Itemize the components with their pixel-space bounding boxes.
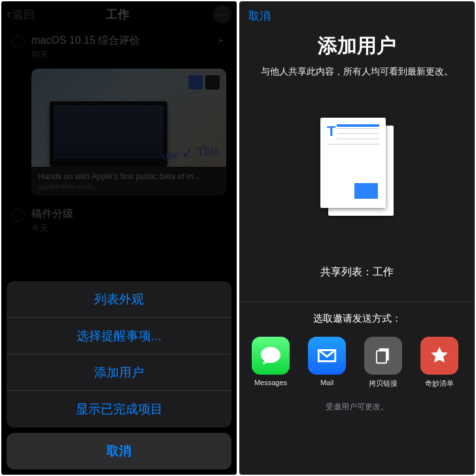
complete-toggle[interactable] xyxy=(12,209,25,222)
reminders-backdrop: ‹ 返回 工作 ⋯ macOS 10.15 综合评价 明天 use ↙︎ Thi… xyxy=(1,1,237,237)
reminder-item[interactable]: 稿件分级 今天 xyxy=(1,201,237,237)
app-label: 奇妙清单 xyxy=(425,379,454,388)
reminder-subtitle: 今天 xyxy=(31,222,226,234)
sheet-option-show-completed[interactable]: 显示已完成项目 xyxy=(7,391,231,428)
app-wunderlist[interactable]: 奇妙清单 xyxy=(418,337,460,388)
action-sheet: 列表外观 选择提醒事项... 添加用户 显示已完成项目 取消 xyxy=(7,281,231,469)
nav-bar: ‹ 返回 工作 ⋯ xyxy=(1,1,237,27)
send-label: 选取邀请发送方式： xyxy=(239,313,475,325)
sheet-cancel[interactable]: 取消 xyxy=(7,433,231,469)
mail-icon xyxy=(308,337,346,375)
flag-icon xyxy=(217,36,226,45)
link-preview[interactable]: use ↙︎ This Hands on with Apple's first … xyxy=(31,69,226,196)
svg-rect-1 xyxy=(377,351,386,364)
right-screen: 取消 添加用户 与他人共享此内容，所有人均可看到最新更改。 T 共享列表：工作 … xyxy=(239,1,475,475)
reminder-subtitle: 明天 xyxy=(31,49,211,61)
app-label: Messages xyxy=(254,379,287,386)
share-label: 共享列表：工作 xyxy=(239,265,475,279)
ellipsis-icon: ⋯ xyxy=(217,8,228,21)
link-domain: appleinsider.com xyxy=(38,182,220,190)
more-button[interactable]: ⋯ xyxy=(213,5,231,24)
messages-icon xyxy=(252,337,290,375)
page-title: 工作 xyxy=(22,7,213,22)
share-apps: Messages Mail 拷贝链接 奇妙清单 xyxy=(239,337,475,388)
app-mail[interactable]: Mail xyxy=(306,337,348,388)
app-copy-link[interactable]: 拷贝链接 xyxy=(362,337,404,388)
reminder-item[interactable]: macOS 10.15 综合评价 明天 xyxy=(1,27,237,63)
complete-toggle[interactable] xyxy=(12,35,25,48)
app-label: 拷贝链接 xyxy=(369,379,398,388)
sheet-option-select[interactable]: 选择提醒事项... xyxy=(7,318,231,354)
footer-note: 受邀用户可更改。 xyxy=(239,401,475,413)
handwriting-annotation: use ↙︎ This xyxy=(161,141,220,163)
copy-link-icon xyxy=(364,337,402,375)
sheet-option-add-user[interactable]: 添加用户 xyxy=(7,354,231,391)
left-screen: ‹ 返回 工作 ⋯ macOS 10.15 综合评价 明天 use ↙︎ Thi… xyxy=(1,1,237,475)
wunderlist-icon xyxy=(420,337,458,375)
divider xyxy=(239,301,475,302)
chevron-left-icon: ‹ xyxy=(7,7,11,22)
dialog-subtitle: 与他人共享此内容，所有人均可看到最新更改。 xyxy=(259,65,455,78)
reminder-title: 稿件分级 xyxy=(31,207,226,221)
document-icon: T xyxy=(239,118,475,229)
dialog-title: 添加用户 xyxy=(259,33,455,60)
app-label: Mail xyxy=(320,379,333,386)
cancel-button[interactable]: 取消 xyxy=(248,8,271,24)
app-messages[interactable]: Messages xyxy=(250,337,292,388)
link-title: Hands on with Apple's first public beta … xyxy=(38,172,220,181)
reminder-title: macOS 10.15 综合评价 xyxy=(31,34,211,48)
sheet-option-appearance[interactable]: 列表外观 xyxy=(7,281,231,318)
